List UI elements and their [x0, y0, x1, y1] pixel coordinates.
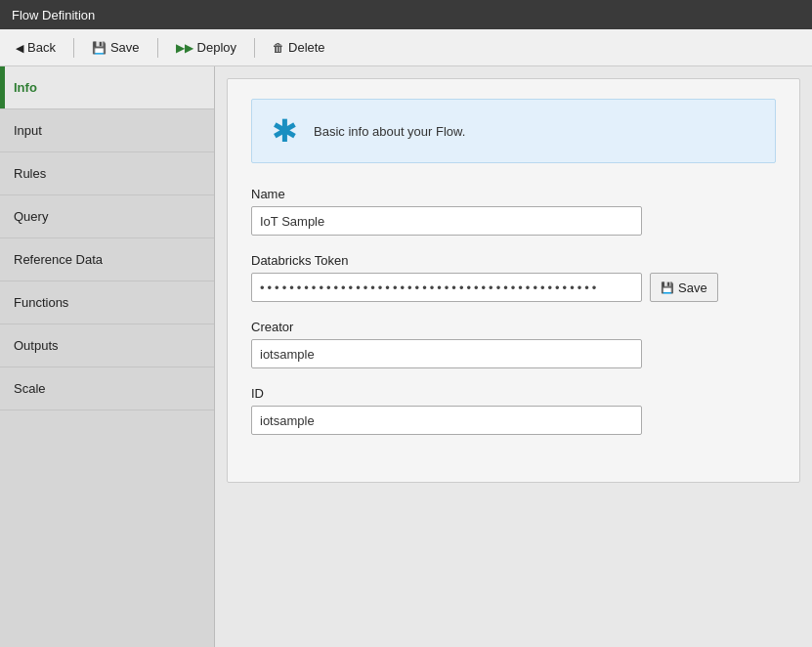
- token-label: Databricks Token: [251, 253, 776, 268]
- sidebar-label-input: Input: [0, 123, 42, 138]
- creator-label: Creator: [251, 320, 776, 334]
- delete-label: Delete: [288, 40, 325, 55]
- delete-button[interactable]: 🗑 Delete: [267, 38, 331, 57]
- deploy-label: Deploy: [197, 40, 236, 55]
- content-area: ✱ Basic info about your Flow. Name Datab…: [215, 66, 812, 647]
- main-layout: InfoInputRulesQueryReference DataFunctio…: [0, 66, 812, 647]
- toolbar-sep-1: [73, 38, 74, 58]
- toolbar-sep-3: [254, 38, 255, 58]
- token-input[interactable]: [251, 273, 642, 302]
- token-save-disk-icon: 💾: [661, 281, 674, 294]
- sidebar-label-scale: Scale: [0, 381, 46, 396]
- sidebar-accent-query: [0, 195, 5, 237]
- title-bar-label: Flow Definition: [12, 8, 95, 22]
- delete-icon: 🗑: [273, 41, 284, 55]
- sidebar-accent-scale: [0, 367, 5, 410]
- save-button[interactable]: 💾 Save: [86, 38, 146, 57]
- name-form-group: Name: [251, 187, 776, 236]
- back-label: Back: [27, 40, 56, 55]
- sidebar-item-input[interactable]: Input: [0, 109, 214, 152]
- sidebar-accent-input: [0, 109, 5, 151]
- toolbar-sep-2: [157, 38, 158, 58]
- token-save-button[interactable]: 💾 Save: [650, 273, 718, 302]
- deploy-button[interactable]: ▶▶ Deploy: [170, 38, 242, 57]
- sidebar-item-reference-data[interactable]: Reference Data: [0, 238, 214, 281]
- save-label: Save: [110, 40, 140, 55]
- save-disk-icon: 💾: [92, 41, 107, 55]
- token-form-group: Databricks Token 💾 Save: [251, 253, 776, 302]
- sidebar-label-rules: Rules: [0, 166, 46, 181]
- back-icon: [16, 40, 23, 55]
- sidebar-item-outputs[interactable]: Outputs: [0, 324, 214, 367]
- id-input[interactable]: [251, 406, 642, 435]
- name-label: Name: [251, 187, 776, 201]
- sidebar-label-info: Info: [0, 80, 37, 95]
- asterisk-icon: ✱: [272, 115, 298, 147]
- sidebar-label-reference-data: Reference Data: [0, 252, 103, 267]
- sidebar-label-outputs: Outputs: [0, 338, 59, 353]
- title-bar: Flow Definition: [0, 0, 812, 29]
- sidebar-accent-outputs: [0, 324, 5, 367]
- toolbar: Back 💾 Save ▶▶ Deploy 🗑 Delete: [0, 29, 812, 66]
- sidebar-label-functions: Functions: [0, 295, 68, 310]
- sidebar-item-info[interactable]: Info: [0, 66, 214, 109]
- sidebar-label-query: Query: [0, 209, 48, 224]
- id-label: ID: [251, 386, 776, 401]
- deploy-icon: ▶▶: [176, 41, 193, 55]
- info-banner: ✱ Basic info about your Flow.: [251, 99, 776, 163]
- content-panel: ✱ Basic info about your Flow. Name Datab…: [227, 78, 800, 483]
- sidebar-accent-reference-data: [0, 238, 5, 280]
- sidebar-item-rules[interactable]: Rules: [0, 152, 214, 195]
- sidebar-item-query[interactable]: Query: [0, 195, 214, 238]
- creator-input[interactable]: [251, 339, 642, 368]
- sidebar-item-functions[interactable]: Functions: [0, 281, 214, 324]
- sidebar-accent-info: [0, 66, 5, 108]
- back-button[interactable]: Back: [10, 38, 62, 57]
- token-save-label: Save: [678, 280, 707, 295]
- id-form-group: ID: [251, 386, 776, 435]
- sidebar: InfoInputRulesQueryReference DataFunctio…: [0, 66, 215, 647]
- sidebar-accent-rules: [0, 152, 5, 194]
- token-row: 💾 Save: [251, 273, 776, 302]
- info-banner-text: Basic info about your Flow.: [314, 124, 465, 139]
- name-input[interactable]: [251, 206, 642, 236]
- sidebar-item-scale[interactable]: Scale: [0, 367, 214, 410]
- sidebar-accent-functions: [0, 281, 5, 324]
- creator-form-group: Creator: [251, 320, 776, 368]
